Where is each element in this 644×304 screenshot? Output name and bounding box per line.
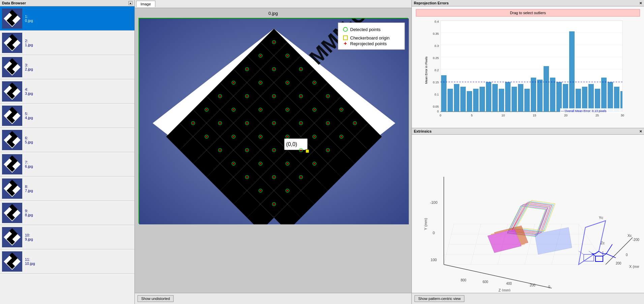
svg-rect-344	[601, 78, 607, 112]
item-thumbnail	[2, 203, 22, 223]
svg-text:-100: -100	[430, 200, 437, 204]
image-filename: 0.jpg	[268, 11, 278, 16]
svg-text:600: 600	[483, 280, 488, 284]
svg-rect-340	[576, 89, 581, 112]
show-pattern-centric-button[interactable]: Show pattern-centric view	[415, 295, 464, 302]
sidebar-item-1[interactable]: 1:0.jpg	[0, 6, 134, 31]
item-label: 4:3.jpg	[25, 87, 33, 95]
extrinsics-header: Extrinsics ✕	[412, 128, 644, 135]
svg-rect-345	[608, 82, 613, 112]
reprojection-errors-panel: Reprojection Errors ✕ Drag to select out…	[412, 0, 644, 128]
item-label: 5:4.jpg	[25, 112, 33, 120]
show-undistorted-button[interactable]: Show undistorted	[137, 295, 174, 302]
item-label: 9:8.jpg	[25, 209, 33, 217]
sidebar-item-7[interactable]: 7:6.jpg	[0, 152, 134, 176]
svg-text:0: 0	[548, 285, 550, 289]
svg-text:100: 100	[430, 258, 436, 262]
svg-rect-342	[588, 84, 594, 112]
svg-text:Z (mm): Z (mm)	[498, 288, 510, 292]
item-label: 8:7.jpg	[25, 185, 33, 193]
svg-text:200: 200	[530, 283, 535, 287]
svg-text:800: 800	[461, 278, 466, 282]
data-browser-panel: Data Browser ▲ 1:0.jpg2:1.jpg3:2.jpg4:3.…	[0, 0, 135, 304]
svg-rect-338	[563, 84, 568, 112]
sidebar-item-10[interactable]: 10:9.jpg	[0, 225, 134, 249]
image-area: 0.jpg	[135, 8, 411, 293]
item-thumbnail	[2, 57, 22, 77]
item-thumbnail	[2, 8, 22, 29]
svg-text:X (mm): X (mm)	[629, 265, 639, 269]
sidebar-item-5[interactable]: 5:4.jpg	[0, 104, 134, 128]
svg-text:+: +	[344, 40, 347, 46]
reprojection-chart-svg: 0.4 0.35 0.3 0.25 0.2 0.15 0.1 0.05 0	[429, 18, 627, 117]
sidebar-item-2[interactable]: 2:1.jpg	[0, 31, 134, 55]
sidebar-item-6[interactable]: 6:5.jpg	[0, 128, 134, 152]
bar-chart-container: Mean Error in Pixels 0.4 0.35 0.3 0.25 0…	[412, 18, 644, 122]
svg-text:0.4: 0.4	[434, 20, 439, 23]
extrinsics-bottom-bar: Show pattern-centric view	[412, 293, 644, 304]
svg-text:200: 200	[616, 261, 621, 265]
sidebar-header: Data Browser ▲	[0, 0, 134, 6]
svg-text:Reprojected points: Reprojected points	[350, 41, 387, 46]
item-thumbnail	[2, 130, 22, 150]
svg-rect-332	[524, 89, 530, 112]
checkerboard-svg: MMM·CSII... (0,0)	[139, 19, 409, 224]
item-label: 6:5.jpg	[25, 136, 33, 144]
svg-rect-322	[460, 87, 466, 112]
extrinsics-close-btn[interactable]: ✕	[639, 130, 642, 133]
item-thumbnail	[2, 227, 22, 247]
item-thumbnail	[2, 106, 22, 126]
svg-rect-324	[473, 89, 479, 112]
svg-text:0: 0	[432, 231, 434, 235]
svg-rect-328	[499, 89, 504, 112]
svg-text:— Overall Mean Error: 0.13 pix: — Overall Mean Error: 0.13 pixels	[561, 109, 607, 113]
item-label: 2:1.jpg	[25, 39, 33, 47]
sidebar-scroll-up-btn[interactable]: ▲	[128, 1, 132, 5]
item-label: 3:2.jpg	[25, 63, 33, 71]
sidebar-item-8[interactable]: 8:7.jpg	[0, 176, 134, 201]
svg-rect-346	[614, 87, 619, 112]
svg-text:0.15: 0.15	[433, 81, 439, 84]
item-thumbnail	[2, 33, 22, 53]
sidebar-list[interactable]: 1:0.jpg2:1.jpg3:2.jpg4:3.jpg5:4.jpg6:5.j…	[0, 6, 134, 304]
extrinsics-3d-svg: -100 0 100 Y (mm) 800 600 400 200 0 Z (m…	[417, 136, 639, 292]
item-label: 10:9.jpg	[25, 233, 33, 241]
svg-text:20: 20	[564, 114, 568, 117]
svg-text:0.25: 0.25	[433, 56, 439, 60]
svg-rect-329	[505, 82, 511, 112]
drag-outliers-label: Drag to select outliers	[416, 9, 640, 17]
svg-text:0.3: 0.3	[434, 44, 439, 48]
svg-text:0.35: 0.35	[433, 32, 439, 35]
svg-text:Zc: Zc	[601, 241, 605, 245]
item-label: 7:6.jpg	[25, 160, 33, 168]
sidebar-item-3[interactable]: 3:2.jpg	[0, 55, 134, 79]
svg-rect-319	[441, 75, 447, 112]
sidebar-item-9[interactable]: 9:8.jpg	[0, 201, 134, 225]
svg-text:Y (mm): Y (mm)	[424, 218, 428, 230]
reprojection-errors-close-btn[interactable]: ✕	[639, 1, 642, 5]
svg-text:15: 15	[533, 114, 536, 117]
svg-rect-339	[569, 31, 575, 112]
sidebar-item-11[interactable]: 11:10.jpg	[0, 249, 134, 274]
svg-rect-341	[582, 87, 587, 112]
svg-text:0.1: 0.1	[434, 93, 439, 96]
svg-text:0.2: 0.2	[434, 68, 439, 72]
svg-rect-334	[537, 80, 543, 112]
sidebar-item-4[interactable]: 4:3.jpg	[0, 79, 134, 104]
svg-rect-325	[480, 87, 485, 112]
item-thumbnail	[2, 81, 22, 102]
svg-rect-331	[518, 84, 523, 112]
svg-text:-200: -200	[633, 238, 639, 242]
item-label: 11:10.jpg	[25, 257, 35, 266]
checkerboard-image: MMM·CSII... (0,0)	[139, 18, 408, 224]
svg-text:0: 0	[439, 114, 441, 117]
svg-text:10: 10	[501, 114, 505, 117]
svg-rect-333	[531, 78, 536, 112]
tab-image[interactable]: Image	[136, 1, 155, 7]
image-tab-bar: Image	[135, 0, 411, 8]
item-thumbnail	[2, 178, 22, 199]
right-panel: Reprojection Errors ✕ Drag to select out…	[411, 0, 644, 304]
svg-text:400: 400	[506, 282, 512, 285]
svg-rect-337	[556, 82, 562, 112]
svg-rect-229	[306, 149, 309, 153]
